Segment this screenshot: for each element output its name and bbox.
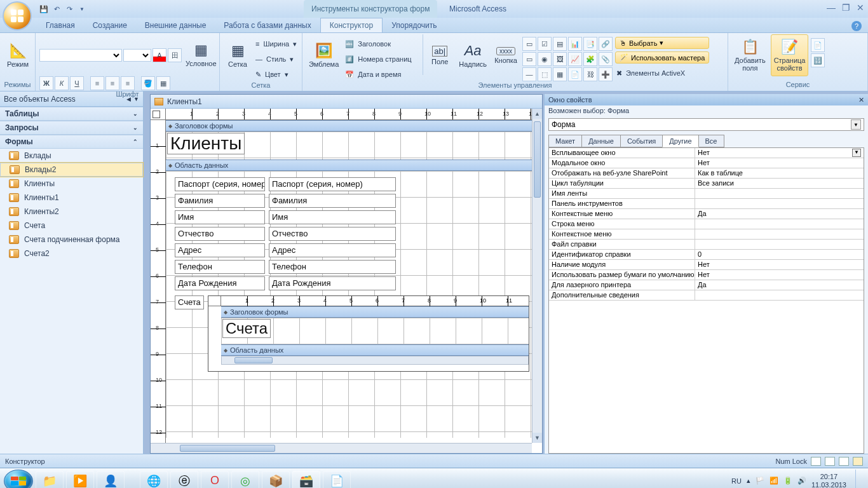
field-textbox[interactable]: Имя — [269, 210, 396, 224]
property-sheet-close-icon[interactable]: ✕ — [858, 96, 864, 104]
detail-section-bar[interactable]: Область данных — [166, 159, 542, 171]
align-right-button[interactable]: ≡ — [121, 76, 135, 90]
prop-row[interactable]: Имя ленты — [549, 189, 864, 199]
detail-section-area[interactable]: Паспорт (серия, номер)Паспорт (серия, но… — [166, 171, 542, 438]
view-datasheet-icon[interactable] — [825, 457, 835, 466]
control-9[interactable]: 🖼 — [553, 52, 567, 66]
field-label[interactable]: Дата Рождения — [175, 276, 265, 290]
prop-row[interactable]: Цикл табуляцииВсе записи — [549, 179, 864, 189]
field-label[interactable]: Телефон — [175, 260, 265, 274]
tab-external-data[interactable]: Внешние данные — [136, 18, 215, 32]
taskbar-access[interactable]: 🗃️ — [292, 471, 320, 489]
tray-chevron-icon[interactable]: ▴ — [747, 477, 750, 485]
control-11[interactable]: 🧩 — [583, 52, 597, 66]
taskbar-virtualbox[interactable]: 📦 — [262, 471, 290, 489]
control-15[interactable]: ▦ — [553, 67, 567, 81]
nav-item-Клиенты1[interactable]: Клиенты1 — [0, 191, 143, 205]
start-button[interactable] — [4, 470, 33, 489]
prop-row[interactable]: Использовать размер бумаги по умолчаниюН… — [549, 270, 864, 280]
nav-group-queries[interactable]: Запросы⌄ — [0, 121, 143, 135]
underline-button[interactable]: Ч — [70, 76, 84, 90]
nav-group-tables[interactable]: Таблицы⌄ — [0, 107, 143, 121]
tray-flag-icon[interactable]: 🏳️ — [756, 477, 764, 485]
subform-header-bar[interactable]: Заголовок формы — [221, 306, 529, 318]
align-center-button[interactable]: ≡ — [105, 76, 119, 90]
prop-row[interactable]: Всплывающее окноНет▼ — [549, 148, 864, 158]
control-10[interactable]: 📈 — [568, 52, 582, 66]
property-sheet-title[interactable]: Окно свойств✕ — [545, 94, 868, 105]
prop-row[interactable]: Строка меню — [549, 219, 864, 229]
tab-order-button[interactable]: 🔢 — [811, 53, 825, 67]
office-button[interactable] — [3, 1, 32, 30]
close-button[interactable]: ✕ — [857, 3, 864, 13]
field-textbox[interactable]: Телефон — [269, 260, 396, 274]
property-grid[interactable]: Всплывающее окноНет▼Модальное окноНетОто… — [548, 147, 864, 454]
nav-group-forms[interactable]: Формы⌃ — [0, 135, 143, 149]
field-textbox[interactable]: Фамилия — [269, 194, 396, 208]
field-textbox[interactable]: Дата Рождения — [269, 276, 396, 290]
undo-icon[interactable]: ↶ — [51, 3, 62, 15]
form-scroll-v[interactable]: ▲▼ — [532, 109, 542, 443]
form-tab-title[interactable]: Клиенты1 — [151, 95, 542, 109]
nav-item-Клиенты[interactable]: Клиенты — [0, 177, 143, 191]
tray-network-icon[interactable]: 📶 — [770, 477, 778, 485]
tab-designer[interactable]: Конструктор — [320, 18, 383, 32]
view-layout-icon[interactable] — [839, 457, 849, 466]
bold-button[interactable]: Ж — [39, 76, 53, 90]
alt-fill-button[interactable]: ▦ — [156, 76, 170, 90]
logo-button[interactable]: 🖼️Эмблема — [306, 34, 341, 76]
ruler-corner[interactable] — [151, 109, 166, 120]
select-tool-button[interactable]: 🖱 Выбрать ▾ — [615, 37, 709, 49]
grid-width-button[interactable]: ≡ Ширина ▾ — [254, 37, 298, 51]
conditional-format-button[interactable]: ▦Условное — [183, 36, 219, 74]
control-16[interactable]: 📄 — [568, 67, 582, 81]
textbox-control-button[interactable]: ab|Поле — [426, 34, 454, 76]
nav-item-Счета2[interactable]: Счета2 — [0, 247, 143, 261]
font-color-button[interactable]: A — [153, 48, 166, 62]
field-label[interactable]: Паспорт (серия, номер) — [175, 177, 265, 191]
property-sheet-button[interactable]: 📝Страница свойств — [771, 34, 809, 76]
prop-tab-layout[interactable]: Макет — [548, 135, 582, 147]
subform-control[interactable]: 12345678910111213Заголовок формыСчетаОбл… — [208, 295, 529, 372]
view-design-icon[interactable] — [853, 457, 863, 466]
nav-item-Вклады[interactable]: Вклады — [0, 149, 143, 163]
minimize-button[interactable]: — — [827, 3, 836, 13]
prop-tab-data[interactable]: Данные — [581, 135, 621, 147]
tab-arrange[interactable]: Упорядочить — [383, 18, 445, 32]
italic-button[interactable]: К — [55, 76, 69, 90]
control-5[interactable]: 📑 — [583, 37, 597, 51]
taskbar-media[interactable]: ▶️ — [66, 471, 94, 489]
control-18[interactable]: ➕ — [599, 67, 613, 81]
control-1[interactable]: ▭ — [522, 37, 536, 51]
maximize-button[interactable]: ❐ — [842, 3, 850, 13]
font-size-select[interactable] — [123, 49, 151, 62]
prop-row[interactable]: Панель инструментов — [549, 199, 864, 209]
tray-volume-icon[interactable]: 🔊 — [797, 477, 806, 485]
taskbar-app2[interactable]: ◎ — [231, 471, 259, 489]
field-textbox[interactable]: Адрес — [269, 243, 396, 257]
font-family-select[interactable] — [39, 49, 122, 62]
control-6[interactable]: 🔗 — [599, 37, 613, 51]
form-header-area[interactable]: Клиенты — [166, 132, 542, 159]
use-wizards-button[interactable]: 🪄 Использовать мастера — [615, 51, 709, 64]
prop-row[interactable]: Контекстные менюДа — [549, 209, 864, 219]
control-8[interactable]: ◉ — [538, 52, 552, 66]
nav-item-Счета[interactable]: Счета — [0, 219, 143, 233]
qat-dropdown-icon[interactable]: ▼ — [76, 3, 88, 15]
view-form-icon[interactable] — [811, 457, 821, 466]
fill-color-button[interactable]: 🪣 — [141, 76, 155, 90]
vertical-ruler[interactable]: 123456789101112 — [151, 120, 166, 453]
prop-tab-other[interactable]: Другие — [662, 135, 698, 147]
field-label[interactable]: Отчество — [175, 227, 265, 241]
nav-item-Вклады2[interactable]: Вклады2 — [0, 163, 143, 177]
subform-label[interactable]: Счета — [175, 295, 204, 309]
tray-lang[interactable]: RU — [731, 477, 742, 485]
subform-detail-bar[interactable]: Область данных — [221, 344, 529, 356]
show-desktop-button[interactable] — [855, 470, 864, 489]
code-button[interactable]: 📄 — [811, 38, 825, 52]
field-label[interactable]: Фамилия — [175, 194, 265, 208]
control-13[interactable]: — — [522, 67, 536, 81]
tray-power-icon[interactable]: 🔋 — [783, 477, 792, 485]
horizontal-ruler[interactable]: 123456789101112131415 — [166, 109, 542, 120]
align-grid-button[interactable]: 田 — [168, 48, 182, 62]
